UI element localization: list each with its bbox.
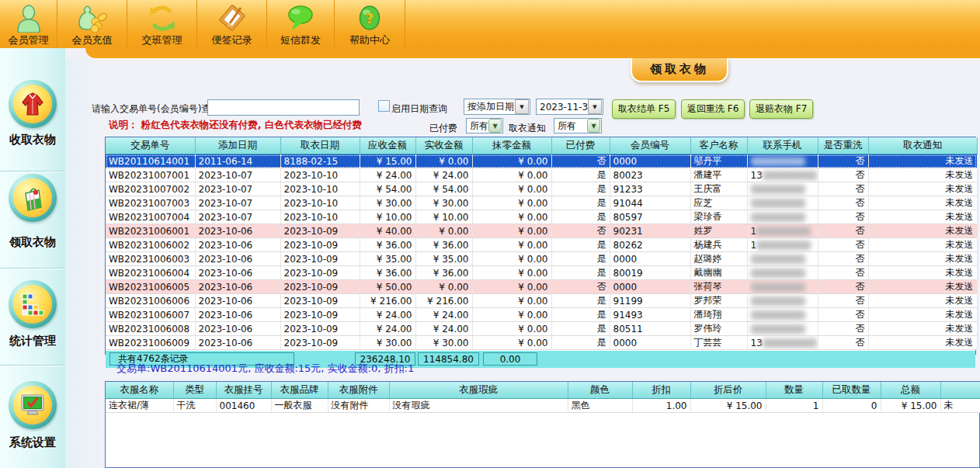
column-header-13[interactable] bbox=[940, 382, 980, 399]
cell-1: WB20231006009 bbox=[106, 336, 195, 350]
column-header-7[interactable]: 颜色 bbox=[568, 382, 632, 399]
cell-8: 0000 bbox=[610, 252, 690, 266]
column-header-5[interactable]: 实收金额 bbox=[415, 137, 472, 154]
toolbar-item-4[interactable]: 便签记录 bbox=[197, 0, 267, 48]
orders-table: 交易单号添加日期取衣日期应收金额实收金额抹零金额已付费会员编号客户名称联系手机是… bbox=[106, 137, 978, 350]
column-header-7[interactable]: 已付费 bbox=[551, 137, 610, 154]
column-header-2[interactable]: 类型 bbox=[173, 382, 216, 399]
order-row[interactable]: WB202310070042023-10-072023-10-10¥ 10.00… bbox=[106, 210, 977, 224]
order-row[interactable]: WB202310060012023-10-062023-10-09¥ 40.00… bbox=[106, 224, 977, 238]
cell-8: 0000 bbox=[610, 154, 690, 168]
cell-6: ¥ 0.00 bbox=[472, 294, 551, 308]
cell-10 bbox=[747, 252, 818, 266]
date-picker-select[interactable]: 2023-11-30 ▼ bbox=[536, 99, 603, 115]
column-header-11[interactable]: 已取数量 bbox=[822, 382, 881, 399]
phone-prefix: 1 bbox=[751, 226, 757, 237]
toolbar-item-5[interactable]: 短信群发 bbox=[267, 0, 335, 48]
chevron-down-icon[interactable]: ▼ bbox=[515, 99, 529, 114]
chevron-down-icon[interactable]: ▼ bbox=[488, 119, 502, 133]
cell-5: ¥ 0.00 bbox=[415, 280, 472, 294]
column-header-8[interactable]: 会员编号 bbox=[610, 137, 690, 154]
column-header-5[interactable]: 衣服附件 bbox=[328, 382, 389, 399]
column-header-9[interactable]: 客户名称 bbox=[690, 137, 747, 154]
toolbar-item-label: 短信群发 bbox=[280, 34, 321, 46]
cell-12: 未发送 bbox=[868, 252, 977, 266]
column-header-1[interactable]: 衣服名称 bbox=[106, 382, 173, 399]
order-row[interactable]: WB202310060092023-10-062023-10-09¥ 30.00… bbox=[106, 336, 977, 350]
sidebar-item-3[interactable]: 统计管理 bbox=[0, 280, 65, 349]
cell-5: ¥ 54.00 bbox=[415, 182, 472, 196]
cell-4: ¥ 30.00 bbox=[360, 336, 415, 350]
column-header-12[interactable]: 取衣通知 bbox=[868, 137, 977, 154]
order-row[interactable]: WB202310070012023-10-072023-10-10¥ 24.00… bbox=[106, 168, 977, 182]
cell-12: 未发送 bbox=[868, 224, 977, 238]
order-row[interactable]: WB202310060082023-10-062023-10-09¥ 24.00… bbox=[106, 322, 977, 336]
date-picker-value: 2023-11-30 bbox=[537, 102, 588, 113]
redacted-phone-blur bbox=[756, 241, 811, 250]
cell-2: 2023-10-06 bbox=[195, 238, 280, 252]
column-header-4[interactable]: 衣服品牌 bbox=[271, 382, 328, 399]
order-row[interactable]: WB202310060062023-10-062023-10-09¥ 216.0… bbox=[106, 294, 977, 308]
order-row[interactable]: WB202310060042023-10-062023-10-09¥ 36.00… bbox=[106, 266, 977, 280]
sidebar-item-2[interactable]: 领取衣物 bbox=[0, 174, 65, 251]
toolbar-item-3[interactable]: 交班管理 bbox=[127, 0, 197, 48]
toolbar-item-6[interactable]: ?帮助中心 bbox=[335, 0, 405, 48]
column-header-1[interactable]: 交易单号 bbox=[106, 137, 195, 154]
cell-8: 91044 bbox=[610, 196, 690, 210]
cell-12: 未发送 bbox=[868, 266, 977, 280]
order-row[interactable]: WB202310070032023-10-072023-10-10¥ 30.00… bbox=[106, 196, 977, 210]
item-row[interactable]: 连衣裙/薄干洗001460一般衣服没有附件没有瑕疵黑色1.00¥ 15.0010… bbox=[106, 399, 980, 413]
redacted-phone-blur bbox=[751, 269, 805, 278]
column-header-9[interactable]: 折后价 bbox=[690, 382, 766, 399]
column-header-12[interactable]: 总额 bbox=[881, 382, 940, 399]
pickup-settle-button[interactable]: 取衣结单 F5 bbox=[612, 99, 676, 119]
cell-8: 1.00 bbox=[632, 399, 690, 413]
chevron-down-icon[interactable]: ▼ bbox=[588, 99, 602, 114]
column-header-6[interactable]: 抹零金额 bbox=[472, 137, 551, 154]
shift-icon bbox=[148, 4, 177, 34]
order-row[interactable]: WB202310060022023-10-062023-10-09¥ 36.00… bbox=[106, 238, 977, 252]
search-input[interactable] bbox=[207, 99, 360, 116]
column-header-3[interactable]: 衣服挂号 bbox=[216, 382, 271, 399]
return-rewash-button[interactable]: 返回重洗 F6 bbox=[681, 99, 745, 119]
column-header-2[interactable]: 添加日期 bbox=[195, 137, 280, 154]
order-row[interactable]: WB202310060072023-10-062023-10-09¥ 24.00… bbox=[106, 308, 977, 322]
column-header-10[interactable]: 数量 bbox=[766, 382, 822, 399]
cell-6: ¥ 0.00 bbox=[472, 210, 551, 224]
cell-8: 90231 bbox=[610, 224, 690, 238]
redacted-phone-blur bbox=[751, 296, 805, 306]
cell-9: 赵璐婷 bbox=[690, 252, 747, 266]
notify-filter-select[interactable]: 所有 ▼ bbox=[554, 118, 602, 133]
cell-6: ¥ 0.00 bbox=[472, 196, 551, 210]
toolbar-item-2[interactable]: 会员充值 bbox=[57, 0, 127, 48]
cell-7: 是 bbox=[551, 168, 610, 182]
column-header-6[interactable]: 衣服瑕疵 bbox=[389, 382, 568, 399]
date-mode-select[interactable]: 按添加日期 ▼ bbox=[464, 99, 530, 115]
refund-clothes-button[interactable]: 退赔衣物 F7 bbox=[749, 99, 813, 119]
order-row[interactable]: WB202310070022023-10-072023-10-10¥ 54.00… bbox=[106, 182, 977, 196]
chevron-down-icon[interactable]: ▼ bbox=[587, 119, 600, 133]
date-query-checkbox[interactable] bbox=[378, 100, 390, 112]
tab-collect-clothes[interactable]: 领取衣物 bbox=[631, 58, 728, 82]
column-header-10[interactable]: 联系手机 bbox=[747, 137, 818, 154]
cell-11: 否 bbox=[818, 308, 868, 322]
column-header-8[interactable]: 折扣 bbox=[632, 382, 690, 399]
cell-5: ¥ 0.00 bbox=[415, 154, 472, 168]
order-row[interactable]: WB202310060052023-10-062023-10-09¥ 50.00… bbox=[106, 280, 977, 294]
sidebar-divider bbox=[0, 171, 65, 172]
toolbar-item-1[interactable]: 会员管理 bbox=[0, 0, 57, 48]
sidebar-item-1[interactable]: 收取衣物 bbox=[0, 80, 65, 148]
cell-3: 2023-10-09 bbox=[280, 252, 360, 266]
order-row[interactable]: WB202310060032023-10-062023-10-09¥ 35.00… bbox=[106, 252, 977, 266]
cell-9: 姓罗 bbox=[690, 224, 747, 238]
order-row[interactable]: WB201106140012011-06-148188-02-15¥ 15.00… bbox=[106, 154, 977, 168]
column-header-4[interactable]: 应收金额 bbox=[360, 137, 415, 154]
date-mode-value: 按添加日期 bbox=[464, 100, 515, 113]
paid-filter-select[interactable]: 所有 ▼ bbox=[466, 118, 503, 133]
sidebar-item-4[interactable]: 系统设置 bbox=[0, 381, 65, 451]
cell-10 bbox=[747, 280, 818, 294]
cell-10 bbox=[747, 210, 818, 224]
cell-3: 2023-10-09 bbox=[280, 336, 360, 350]
column-header-11[interactable]: 是否重洗 bbox=[818, 137, 868, 154]
column-header-3[interactable]: 取衣日期 bbox=[280, 137, 360, 154]
